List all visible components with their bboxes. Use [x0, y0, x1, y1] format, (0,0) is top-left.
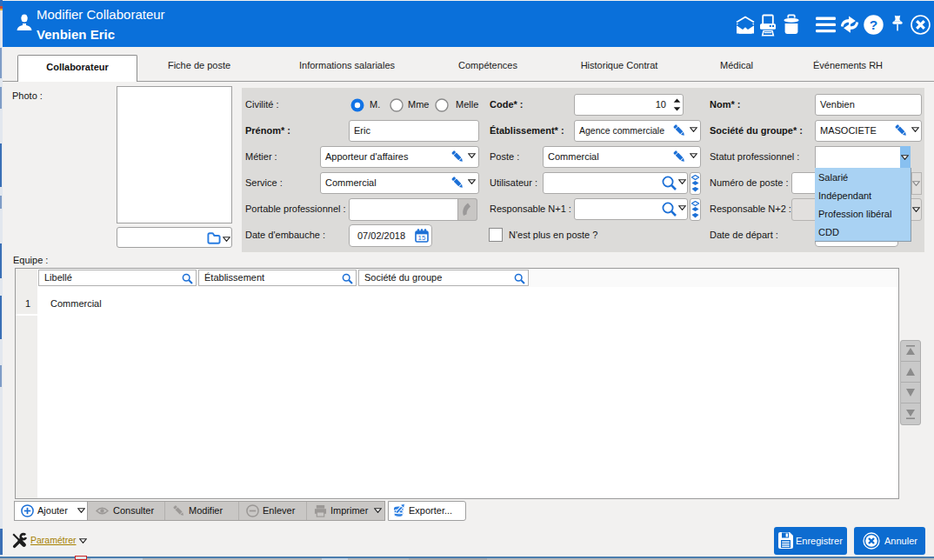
- svg-text:?: ?: [870, 17, 877, 32]
- svg-text:15: 15: [418, 234, 426, 242]
